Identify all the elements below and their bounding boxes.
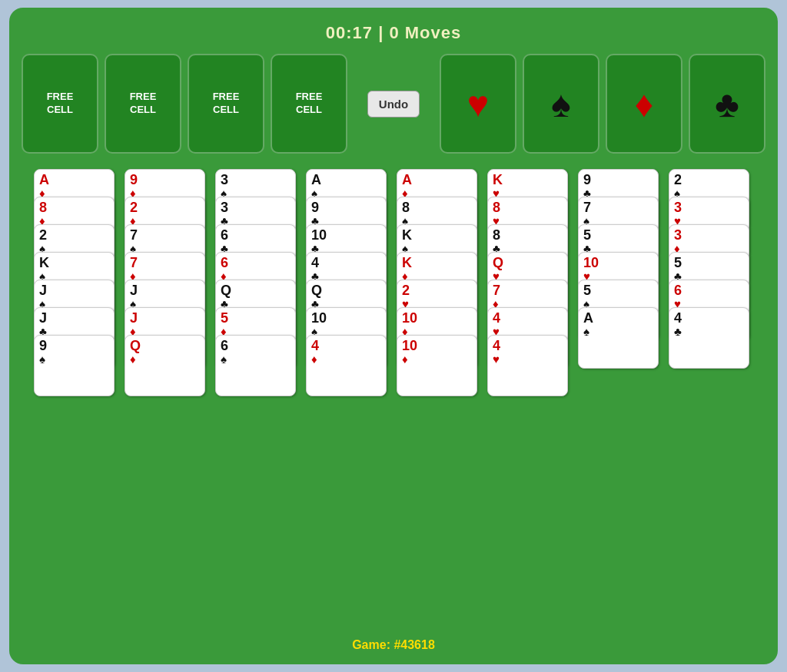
column-6: K♥8♥8♣Q♥7♦4♥4♥ [487,169,572,476]
column-4: A♠9♣10♣4♣Q♣10♠4♦ [306,169,390,476]
columns-area: A♦8♦2♠K♠J♠J♣9♠9♦2♦7♠7♦J♠J♦Q♦3♠3♣6♣6♦Q♣5♦… [22,169,765,476]
footer: Game: #43618 [9,638,778,652]
foundations-area: ♥ ♠ ♦ ♣ [440,54,765,154]
game-label: Game: [352,638,394,651]
game-header: 00:17 | 0 Moves [22,17,765,54]
free-cell-3[interactable]: FREECELL [188,54,264,154]
column-2: 9♦2♦7♠7♦J♠J♦Q♦ [125,169,209,476]
column-3: 3♠3♣6♣6♦Q♣5♦6♠ [215,169,300,476]
top-row: FREECELL FREECELL FREECELL FREECELL Undo… [22,54,765,154]
card-4♥[interactable]: 4♥ [487,335,568,396]
foundation-diamonds[interactable]: ♦ [606,54,682,154]
card-4♣[interactable]: 4♣ [669,307,749,369]
column-8: 2♠3♥3♦5♣6♥4♣ [669,169,753,476]
foundation-clubs[interactable]: ♣ [689,54,765,154]
column-5: A♦8♠K♠K♦2♥10♦10♦ [397,169,481,476]
card-4♦[interactable]: 4♦ [306,335,387,396]
game-container: 00:17 | 0 Moves FREECELL FREECELL FREECE… [9,8,778,664]
game-number: #43618 [394,638,434,651]
foundation-spades[interactable]: ♠ [523,54,599,154]
card-10♦[interactable]: 10♦ [397,335,477,396]
column-7: 9♣7♠5♣10♥5♠A♠ [578,169,662,476]
card-A♠[interactable]: A♠ [578,307,659,369]
free-cell-4[interactable]: FREECELL [271,54,347,154]
card-6♠[interactable]: 6♠ [215,335,296,396]
card-9♠[interactable]: 9♠ [34,335,115,396]
undo-button[interactable]: Undo [367,91,420,118]
column-1: A♦8♦2♠K♠J♠J♣9♠ [34,169,118,476]
card-Q♦[interactable]: Q♦ [125,335,205,396]
free-cell-2[interactable]: FREECELL [105,54,181,154]
free-cell-1[interactable]: FREECELL [22,54,98,154]
timer-display: 00:17 | 0 Moves [326,23,461,42]
free-cells-area: FREECELL FREECELL FREECELL FREECELL [22,54,347,154]
foundation-hearts[interactable]: ♥ [440,54,516,154]
